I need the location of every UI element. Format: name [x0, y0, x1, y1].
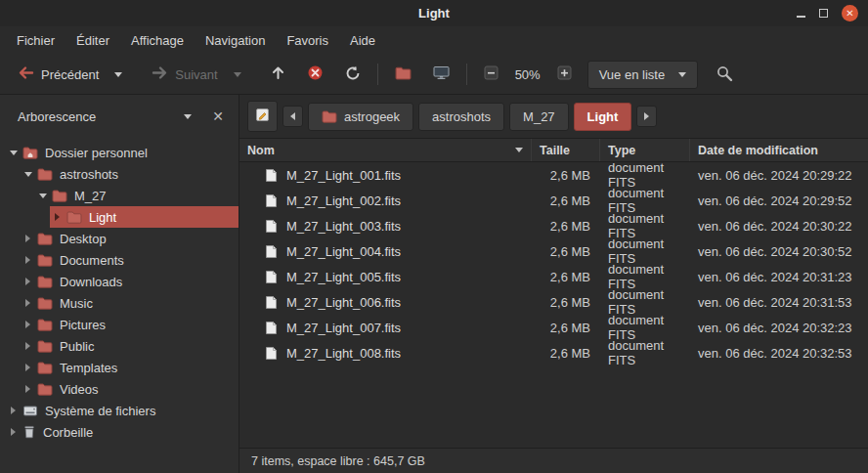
tree-item-dossier-personnel[interactable]: Dossier personnel: [0, 142, 239, 163]
folder-icon: [37, 254, 53, 267]
sidebar-mode-select[interactable]: Arborescence: [8, 104, 201, 130]
edit-path-icon: [255, 108, 270, 125]
pathbar-button-m-27[interactable]: M_27: [509, 103, 569, 131]
table-row[interactable]: M_27_Light_006.fits2,6 MBdocument FITSve…: [239, 289, 868, 315]
pathbar: astrogeekastroshotsM_27Light: [239, 95, 868, 138]
desktop-button[interactable]: [425, 60, 457, 89]
menu-navigation[interactable]: Navigation: [195, 29, 276, 52]
table-row[interactable]: M_27_Light_003.fits2,6 MBdocument FITSve…: [239, 213, 868, 238]
expander-closed-icon[interactable]: [21, 321, 35, 328]
expander-closed-icon[interactable]: [21, 364, 35, 371]
file-size: 2,6 MB: [532, 289, 600, 315]
tree-item-label: Desktop: [60, 232, 107, 246]
tree-item-music[interactable]: Music: [0, 292, 239, 314]
search-icon: [716, 64, 733, 85]
content-pane: astrogeekastroshotsM_27Light Nom Taille …: [239, 95, 868, 473]
path-scroll-left-button[interactable]: [282, 106, 303, 127]
sidebar-header: Arborescence ✕: [0, 95, 239, 138]
close-button[interactable]: ✕: [842, 5, 858, 22]
expander-closed-icon[interactable]: [50, 213, 65, 221]
expander-closed-icon[interactable]: [21, 278, 35, 285]
file-icon: [265, 194, 278, 208]
back-history-dropdown[interactable]: [107, 66, 130, 83]
tree-item-pictures[interactable]: Pictures: [0, 314, 239, 335]
column-header-name[interactable]: Nom: [239, 139, 532, 161]
expander-open-icon[interactable]: [6, 150, 21, 155]
reload-button[interactable]: [337, 60, 369, 90]
chevron-down-icon: [678, 72, 686, 77]
folder-icon: [37, 276, 53, 288]
expander-closed-icon[interactable]: [21, 256, 35, 264]
tree-item-label: Templates: [60, 361, 117, 375]
table-row[interactable]: M_27_Light_001.fits2,6 MBdocument FITSve…: [239, 162, 868, 188]
menu-fichier[interactable]: Fichier: [6, 29, 65, 52]
file-size: 2,6 MB: [532, 340, 600, 366]
file-modified: ven. 06 déc. 2024 20:30:52: [690, 238, 868, 264]
tree-item-m-27[interactable]: M_27: [0, 185, 239, 206]
maximize-button[interactable]: [819, 6, 828, 21]
table-row[interactable]: M_27_Light_004.fits2,6 MBdocument FITSve…: [239, 238, 868, 264]
expander-open-icon[interactable]: [35, 194, 50, 198]
edit-path-button[interactable]: [247, 101, 278, 132]
menu-favoris[interactable]: Favoris: [276, 29, 339, 52]
expander-closed-icon[interactable]: [21, 235, 35, 242]
sort-descending-icon: [515, 148, 523, 152]
sidebar-close-button[interactable]: ✕: [205, 104, 231, 129]
tree-item-light[interactable]: Light: [0, 206, 239, 228]
tree-item-downloads[interactable]: Downloads: [0, 271, 239, 292]
tree-item-videos[interactable]: Videos: [0, 378, 239, 400]
file-modified: ven. 06 déc. 2024 20:30:22: [690, 213, 868, 238]
file-list: M_27_Light_001.fits2,6 MBdocument FITSve…: [239, 162, 868, 448]
file-modified: ven. 06 déc. 2024 20:32:53: [690, 340, 868, 366]
view-mode-select[interactable]: Vue en liste: [587, 61, 698, 89]
expander-closed-icon[interactable]: [6, 428, 21, 436]
path-scroll-right-button[interactable]: [636, 106, 657, 127]
tree-item-desktop[interactable]: Desktop: [0, 228, 239, 249]
tree-item-public[interactable]: Public: [0, 335, 239, 357]
tree-item-astroshots[interactable]: astroshots: [0, 163, 239, 185]
tree-item-templates[interactable]: Templates: [0, 357, 239, 378]
file-type: document FITS: [600, 315, 690, 340]
stop-button[interactable]: [299, 59, 331, 90]
minimize-button[interactable]: [797, 6, 805, 21]
status-text: 7 items, espace libre : 645,7 GB: [251, 454, 425, 468]
pathbar-button-light[interactable]: Light: [574, 103, 632, 131]
zoom-in-button[interactable]: [549, 60, 580, 89]
folder-icon: [37, 168, 53, 181]
forward-history-dropdown[interactable]: [226, 66, 249, 83]
expander-closed-icon[interactable]: [21, 299, 35, 307]
menu-affichage[interactable]: Affichage: [120, 29, 195, 52]
tree-item-label: Videos: [60, 382, 99, 397]
file-name: M_27_Light_001.fits: [286, 168, 401, 183]
forward-button[interactable]: Suivant: [144, 60, 225, 89]
zoom-out-button[interactable]: [476, 60, 506, 89]
tree-item-documents[interactable]: Documents: [0, 249, 239, 271]
expander-closed-icon[interactable]: [6, 407, 21, 414]
home-button[interactable]: [387, 61, 419, 89]
window-controls: ✕: [797, 0, 858, 26]
column-header-size[interactable]: Taille: [532, 139, 600, 161]
expander-closed-icon[interactable]: [21, 385, 35, 393]
up-button[interactable]: [263, 60, 293, 89]
pathbar-button-astrogeek[interactable]: astrogeek: [308, 103, 413, 131]
back-button[interactable]: Précédent: [10, 60, 107, 89]
column-header-modified[interactable]: Date de modification: [690, 139, 868, 161]
expander-closed-icon[interactable]: [21, 342, 35, 350]
table-row[interactable]: M_27_Light_005.fits2,6 MBdocument FITSve…: [239, 264, 868, 289]
pathbar-button-astroshots[interactable]: astroshots: [418, 103, 504, 131]
table-row[interactable]: M_27_Light_008.fits2,6 MBdocument FITSve…: [239, 340, 868, 366]
table-row[interactable]: M_27_Light_007.fits2,6 MBdocument FITSve…: [239, 315, 868, 340]
chevron-down-icon: [184, 114, 192, 119]
tree-item-systeme-de-fichiers[interactable]: Système de fichiers: [0, 400, 239, 421]
folder-tree: Dossier personnelastroshotsM_27LightDesk…: [0, 138, 239, 473]
chevron-right-icon: [644, 112, 649, 120]
expander-open-icon[interactable]: [21, 172, 35, 177]
table-row[interactable]: M_27_Light_002.fits2,6 MBdocument FITSve…: [239, 188, 868, 213]
menu-editer[interactable]: Éditer: [65, 29, 120, 52]
chevron-down-icon: [234, 72, 241, 77]
search-button[interactable]: [708, 59, 741, 91]
tree-item-corbeille[interactable]: Corbeille: [0, 421, 239, 443]
column-header-type[interactable]: Type: [600, 139, 690, 161]
menu-aide[interactable]: Aide: [339, 29, 386, 52]
back-label: Précédent: [41, 67, 99, 82]
